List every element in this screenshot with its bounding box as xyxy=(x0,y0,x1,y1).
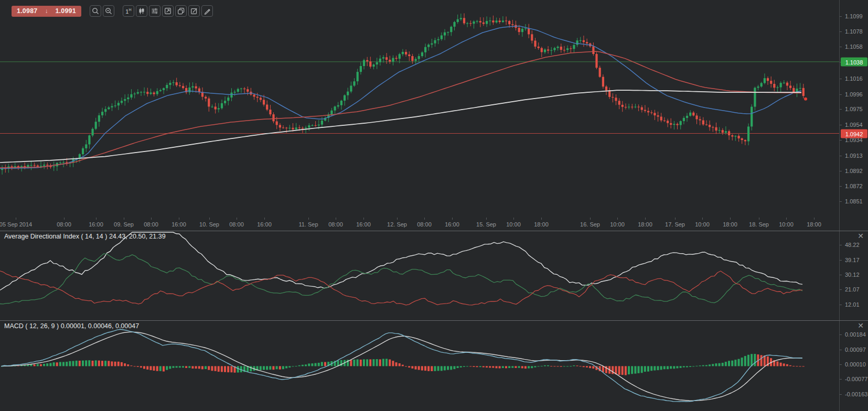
timeframe-label: 1H xyxy=(125,8,131,15)
chart-canvas[interactable] xyxy=(0,0,868,411)
axis-tick xyxy=(209,218,210,220)
price-tick-label: 1.0892 xyxy=(845,168,863,174)
axis-tick xyxy=(786,218,787,220)
axis-tick xyxy=(840,186,842,187)
indicators-button[interactable] xyxy=(149,5,160,17)
adx-series-adx xyxy=(0,232,802,290)
time-tick-label: 16. Sep xyxy=(580,221,600,228)
marker-pen-icon xyxy=(203,7,211,15)
time-tick-label: 16:00 xyxy=(257,221,272,228)
time-tick-label: 18. Sep xyxy=(749,221,769,228)
axis-tick xyxy=(840,245,842,245)
axis-tick xyxy=(840,350,842,350)
time-axis[interactable]: 05 Sep 201408:0016:0009. Sep08:0016:0010… xyxy=(0,218,839,231)
axis-tick xyxy=(840,79,842,79)
time-tick-label: 15. Sep xyxy=(476,221,496,228)
axis-tick xyxy=(840,394,842,395)
chart-shift-button[interactable] xyxy=(162,5,174,17)
timeframe-button[interactable]: 1H xyxy=(123,5,134,17)
axis-tick xyxy=(840,140,842,140)
time-tick-label: 10:00 xyxy=(506,221,521,228)
macd-close-button[interactable]: ✕ xyxy=(856,321,865,330)
axis-tick xyxy=(486,218,487,220)
sliders-icon xyxy=(151,7,158,15)
macd-tick-label: 0.00010 xyxy=(845,361,866,367)
axis-tick xyxy=(590,218,591,220)
time-tick-label: 10. Sep xyxy=(199,221,219,228)
macd-signal-line xyxy=(1,332,802,401)
axis-tick xyxy=(840,275,842,275)
price-axis[interactable]: 1.10991.10781.10581.10381.10161.09961.09… xyxy=(839,0,868,411)
macd-tick-label: 0.00184 xyxy=(845,331,866,338)
axis-tick xyxy=(452,218,453,220)
panel-separator xyxy=(0,320,868,321)
ma-medium-red xyxy=(0,51,801,168)
axis-tick xyxy=(237,218,237,220)
target-price-badge[interactable]: 1.1038 xyxy=(841,58,867,67)
time-tick-label: 08:00 xyxy=(328,221,343,228)
axis-tick xyxy=(840,31,842,32)
chart-type-candles-button[interactable] xyxy=(136,5,147,17)
axis-tick xyxy=(702,218,703,220)
edit-icon xyxy=(190,7,198,15)
axis-tick xyxy=(96,218,97,220)
axis-tick xyxy=(363,218,364,220)
adx-series-minus-di xyxy=(0,271,802,305)
edit-chart-button[interactable] xyxy=(188,5,200,17)
time-tick-label: 08:00 xyxy=(229,221,244,228)
quote-panel[interactable]: 1.0987 ↓ 1.0991 xyxy=(12,6,81,17)
adx-close-button[interactable]: ✕ xyxy=(856,231,865,241)
axis-tick xyxy=(840,260,842,261)
ask-price[interactable]: 1.0991 xyxy=(55,7,76,15)
axis-tick xyxy=(16,218,16,220)
axis-tick xyxy=(124,218,124,220)
macd-tick-label: -0.00163 xyxy=(845,391,867,397)
axis-tick xyxy=(675,218,676,220)
price-tick-label: 1.1099 xyxy=(845,13,863,19)
axis-tick xyxy=(151,218,152,220)
price-tick-label: 1.0851 xyxy=(845,198,863,204)
duplicate-icon xyxy=(177,7,185,15)
duplicate-chart-button[interactable] xyxy=(175,5,187,17)
stop-price-badge[interactable]: 1.0942 xyxy=(841,129,867,138)
time-tick-label: 10:00 xyxy=(610,221,625,228)
bid-price[interactable]: 1.0987 xyxy=(17,7,37,15)
price-tick-label: 1.1058 xyxy=(845,44,863,50)
zoom-out-button[interactable] xyxy=(90,5,101,17)
time-tick-label: 05 Sep 2014 xyxy=(0,221,32,228)
time-tick-label: 16:00 xyxy=(172,221,186,228)
adx-tick-label: 48.22 xyxy=(845,242,860,248)
axis-tick xyxy=(840,109,842,110)
time-tick-label: 18:00 xyxy=(534,221,549,228)
zoom-in-icon xyxy=(105,7,112,15)
time-tick-label: 08:00 xyxy=(144,221,158,228)
axis-tick xyxy=(840,47,842,47)
adx-indicator-label: Average Directional Index ( 14, 14 ) 24.… xyxy=(4,233,166,240)
price-tick-label: 1.1078 xyxy=(845,28,863,35)
zoom-in-button[interactable] xyxy=(103,5,114,17)
axis-tick xyxy=(840,156,842,156)
macd-tick-label: 0.00097 xyxy=(845,347,866,353)
axis-tick xyxy=(840,305,842,305)
time-tick-label: 17. Sep xyxy=(665,221,685,228)
axis-tick xyxy=(840,16,842,17)
axis-tick xyxy=(336,218,336,220)
time-tick-label: 10:00 xyxy=(779,221,794,228)
adx-tick-label: 30.12 xyxy=(845,272,860,278)
price-tick-label: 1.0913 xyxy=(845,153,863,159)
time-tick-label: 10:00 xyxy=(695,221,710,228)
time-tick-label: 16:00 xyxy=(89,221,103,228)
axis-tick xyxy=(840,94,842,95)
adx-tick-label: 21.07 xyxy=(845,286,860,293)
price-tick-label: 1.0996 xyxy=(845,91,863,98)
axis-tick xyxy=(840,171,842,171)
trading-chart-window: 1.0987 ↓ 1.0991 1H xyxy=(0,0,868,411)
draw-button[interactable] xyxy=(201,5,213,17)
axis-tick xyxy=(397,218,398,220)
axis-tick xyxy=(840,201,842,202)
time-tick-label: 18:00 xyxy=(807,221,821,228)
axis-tick xyxy=(645,218,646,220)
axis-tick xyxy=(840,334,842,335)
axis-tick xyxy=(264,218,265,220)
time-tick-label: 12. Sep xyxy=(387,221,407,228)
